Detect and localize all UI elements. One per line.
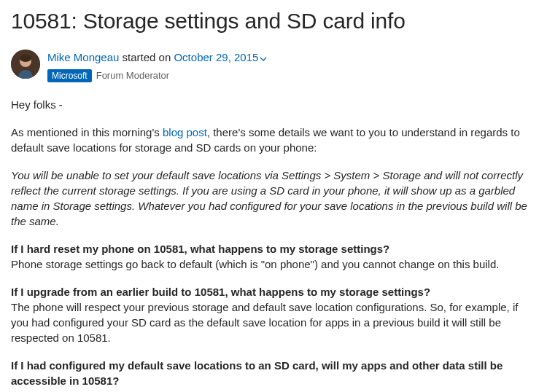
faq-question: If I upgrade from an earlier build to 10… [11,284,536,299]
faq-item: If I upgrade from an earlier build to 10… [11,284,536,345]
faq-item: If I hard reset my phone on 10581, what … [11,241,536,272]
started-label: started on [123,51,171,63]
post-date-link[interactable]: October 29, 2015 [174,51,267,63]
author-link[interactable]: Mike Mongeau [47,51,119,63]
faq-answer: Phone storage settings go back to defaul… [11,256,536,272]
author-role: Forum Moderator [96,69,169,82]
faq-answer: The phone will respect your previous sto… [11,299,536,345]
avatar[interactable] [11,50,40,79]
svg-point-2 [20,55,31,62]
post-body: Hey folks - As mentioned in this morning… [11,97,536,392]
known-issue-note: You will be unable to set your default s… [11,168,536,229]
intro-paragraph: As mentioned in this morning's blog post… [11,125,536,155]
avatar-image [11,50,40,79]
faq-question: If I had configured my default save loca… [11,358,536,388]
byline: Mike Mongeau started on October 29, 2015 [47,50,267,66]
faq-item: If I had configured my default save loca… [11,358,536,392]
post-date: October 29, 2015 [174,51,258,63]
intro-text-pre: As mentioned in this morning's [11,126,163,138]
chevron-down-icon [260,51,267,66]
post-meta: Mike Mongeau started on October 29, 2015… [11,50,536,82]
author-badges: Microsoft Forum Moderator [47,69,267,83]
microsoft-badge: Microsoft [47,69,92,83]
greeting: Hey folks - [11,97,536,112]
faq-question: If I hard reset my phone on 10581, what … [11,241,536,256]
page-title: 10581: Storage settings and SD card info [11,6,536,36]
blog-post-link[interactable]: blog post [163,126,207,138]
faq-answer: Yes, your apps and data should still be … [11,388,536,392]
